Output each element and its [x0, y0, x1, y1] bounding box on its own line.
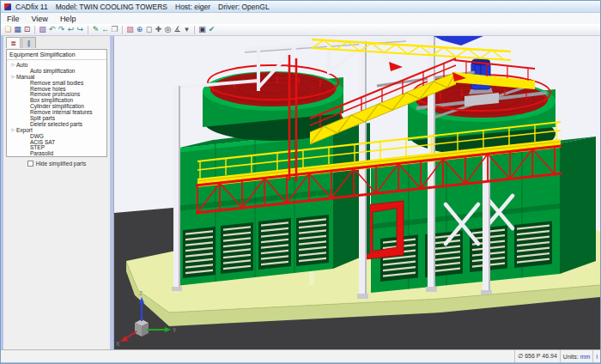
wizard-icon[interactable]: ▨ — [125, 24, 135, 35]
app-icon — [4, 3, 11, 10]
app-title: CADfix 11 — [15, 3, 48, 11]
snapshot-icon[interactable]: ▧ — [38, 24, 47, 35]
tree-tab-icon: ∥ — [27, 39, 31, 47]
status-bar: ∅ 656 P 46.94 Units: mm i — [1, 349, 600, 362]
status-message-area — [1, 350, 514, 362]
view-undo-icon[interactable]: ↶ — [47, 24, 57, 35]
tree-item-label: Delete selected parts — [30, 121, 82, 127]
view-redo-icon[interactable]: ↷ — [57, 24, 66, 35]
title-bar[interactable]: CADfix 11 Model: TWIN COOLING TOWERS Hos… — [1, 1, 600, 13]
view-forward-icon[interactable]: ↪ — [76, 24, 85, 35]
tree-item[interactable]: ▷ Auto — [7, 62, 106, 68]
zoom-icon[interactable]: ◎ — [163, 24, 173, 35]
3d-scene[interactable]: Z Y X — [114, 36, 600, 349]
edit-icon[interactable]: ✎ — [91, 24, 100, 35]
units-value[interactable]: mm — [580, 354, 591, 360]
sidebar-panel: ≣ ∥ Equipment Simplification ▷ Auto Auto… — [3, 36, 110, 349]
tree-item[interactable]: Remove holes — [7, 86, 106, 92]
tree-item[interactable]: ▷ Export — [7, 127, 106, 133]
orbit-icon[interactable]: ⊕ — [135, 24, 144, 35]
tree-item[interactable]: ▷ Manual — [7, 74, 106, 80]
tree-item[interactable]: Auto simplification — [7, 68, 106, 74]
axis-label-z: Z — [139, 290, 143, 296]
tree-item[interactable]: Box simplification — [7, 97, 106, 103]
toolbar-separator — [194, 26, 195, 34]
driver-label: Driver: OpenGL — [218, 3, 270, 11]
tree-item[interactable]: Parasolid — [7, 150, 106, 156]
return-arrow-icon[interactable]: ← — [100, 24, 110, 35]
more-icon[interactable]: ▾ — [182, 24, 191, 35]
info-button[interactable]: i — [592, 350, 600, 362]
hide-simplified-row: Hide simplified parts — [3, 161, 110, 167]
units-label: Units: — [563, 354, 579, 360]
menu-bar: FileViewHelp — [1, 13, 600, 24]
menu-item[interactable]: View — [26, 15, 54, 23]
axis-label-y: Y — [173, 327, 177, 333]
pan-icon[interactable]: ✚ — [154, 24, 163, 35]
menu-item[interactable]: File — [1, 15, 26, 23]
model-info-cell: ∅ 656 P 46.94 — [514, 350, 560, 362]
tree-item[interactable]: Remove internal features — [7, 109, 106, 115]
clipboard-icon[interactable]: ❐ — [110, 24, 119, 35]
equipment-simplification-panel: Equipment Simplification ▷ Auto Auto sim… — [6, 49, 107, 157]
sidebar-tabs: ≣ ∥ — [3, 36, 110, 48]
tree-item[interactable]: Split parts — [7, 115, 106, 121]
toolbar-separator — [122, 26, 123, 34]
tree-item[interactable]: Cylinder simplification — [7, 103, 106, 109]
view-back-icon[interactable]: ↩ — [66, 24, 76, 35]
simplification-tab-icon: ≣ — [10, 39, 16, 47]
expand-arrow-icon[interactable]: ▷ — [10, 62, 16, 67]
expand-arrow-icon[interactable]: ▷ — [10, 127, 16, 132]
sidebar-tab-tree[interactable]: ∥ — [21, 37, 36, 48]
tree-item[interactable]: ACIS SAT — [7, 139, 106, 145]
axis-label-x: X — [116, 341, 120, 347]
tree-item[interactable]: Remove small bodies — [7, 80, 106, 86]
tree-item[interactable]: Delete selected parts — [7, 121, 106, 127]
tree-item-label: Parasolid — [30, 150, 53, 156]
menu-item[interactable]: Help — [54, 15, 82, 23]
tree-item-label: Auto — [16, 62, 27, 68]
toolbar-separator — [34, 26, 35, 34]
host-label: Host: eiger — [175, 3, 210, 11]
hide-simplified-checkbox[interactable] — [27, 161, 33, 167]
select-icon[interactable]: ✔ — [207, 24, 216, 35]
open-icon[interactable]: ❏ — [3, 24, 13, 35]
cadfix-window: CADfix 11 Model: TWIN COOLING TOWERS Hos… — [0, 0, 601, 364]
hide-simplified-label: Hide simplified parts — [36, 161, 87, 167]
sidebar-empty-area — [3, 167, 110, 349]
toolbar-separator — [88, 26, 88, 34]
save-icon[interactable]: ▦ — [13, 24, 22, 35]
model-title: Model: TWIN COOLING TOWERS — [56, 3, 167, 11]
viewport-3d[interactable]: Z Y X — [113, 36, 600, 349]
tree-item[interactable]: STEP — [7, 144, 106, 150]
tree-item-label: Auto simplification — [30, 68, 75, 74]
display-icon[interactable]: ▣ — [197, 24, 207, 35]
tree-item[interactable]: DWG — [7, 133, 106, 139]
sidebar-tab-simplification[interactable]: ≣ — [6, 37, 21, 48]
toolbar: ❏▦⊡▧↶↷↩↪✎←❐▨⊕◻✚◎∡▾▣✔ — [1, 24, 600, 36]
cube-view-icon[interactable]: ◻ — [144, 24, 154, 35]
expand-arrow-icon[interactable]: ▷ — [10, 74, 16, 79]
measure-icon[interactable]: ∡ — [173, 24, 182, 35]
simplification-tree: ▷ Auto Auto simplification ▷ Manual Remo… — [7, 60, 106, 156]
tree-item[interactable]: Remove protrusions — [7, 91, 106, 97]
export-icon[interactable]: ⊡ — [22, 24, 32, 35]
units-cell[interactable]: Units: mm — [560, 350, 593, 362]
panel-title: Equipment Simplification — [7, 50, 106, 60]
